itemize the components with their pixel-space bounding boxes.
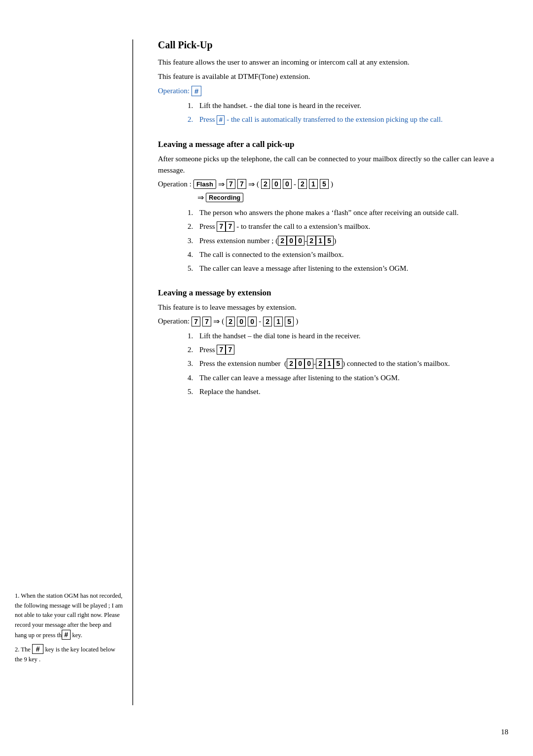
hash-key-operation: # (191, 86, 201, 97)
key-77-step2b: 7 (226, 221, 234, 231)
step-1: 1. Lift the handset. - the dial tone is … (188, 100, 503, 111)
leaving-by-extension-title: Leaving a message by extension (158, 288, 503, 298)
leaving-after-steps: 1. The person who answers the phone make… (188, 207, 503, 274)
key-0a: 0 (272, 179, 281, 189)
key-1a: 1 (309, 179, 318, 189)
ext-k0a: 0 (237, 317, 246, 326)
step-2: 2. Press # - the call is automatically t… (188, 114, 503, 125)
s3k5: 5 (334, 359, 343, 368)
s3k2: 2 (287, 359, 296, 368)
ext-arrow1: ⇒ (213, 317, 220, 326)
page: 1. When the station OGM has not recorded… (0, 0, 533, 756)
flash-key: Flash (193, 180, 216, 189)
call-pickup-section: Call Pick-Up This feature allows the use… (158, 39, 503, 126)
footnote-hash-key: # (62, 630, 71, 640)
key-7a: 7 (227, 179, 235, 189)
step2-k7b: 7 (226, 345, 234, 355)
ext-k5: 5 (285, 317, 294, 326)
ext-k2: 2 (226, 317, 235, 326)
leaving-by-ext-operation: Operation: 7 7 ⇒ ( 2 0 0 - 2 1 5 ) (158, 317, 503, 326)
s3k0b: 0 (305, 359, 313, 368)
key-7b: 7 (237, 179, 246, 189)
left-sidebar: 1. When the station OGM has not recorded… (0, 0, 133, 756)
leaving-after-step2: 2. Press 77 - to transfer the call to a … (188, 221, 503, 232)
s3k0a: 0 (296, 359, 305, 368)
leaving-after-operation: Operation : Flash ⇒ 7 7 ⇒ ( 2 0 0 - 2 1 … (158, 179, 503, 189)
call-pickup-desc1: This feature allows the user to answer a… (158, 57, 503, 68)
hash-key-step2: # (217, 115, 225, 125)
arrow2: ⇒ (248, 180, 255, 189)
arrow3: ⇒ (197, 193, 204, 202)
leaving-message-after-section: Leaving a message after a call pick-up A… (158, 140, 503, 275)
call-pickup-desc2: This feature is available at DTMF(Tone) … (158, 71, 503, 82)
ext-k2b: 2 (263, 317, 272, 326)
key-2a: 2 (261, 179, 270, 189)
operation-label: Operation: (158, 87, 190, 95)
k0a: 0 (287, 236, 296, 246)
key-2b: 2 (298, 179, 307, 189)
k1: 1 (316, 236, 325, 246)
main-content: Call Pick-Up This feature allows the use… (133, 0, 533, 756)
leaving-by-ext-steps: 1. Lift the handset – the dial tone is h… (188, 330, 503, 397)
call-pickup-title: Call Pick-Up (158, 39, 503, 51)
ext-k0b: 0 (248, 317, 257, 326)
leaving-message-after-desc: After someone picks up the telephone, th… (158, 153, 503, 177)
key-77-step2a: 7 (217, 221, 226, 231)
call-pickup-operation: Operation: # (158, 86, 503, 97)
recording-key: Recording (206, 193, 243, 202)
k2: 2 (278, 236, 287, 246)
leaving-message-by-extension-section: Leaving a message by extension This feat… (158, 288, 503, 397)
ext-key-7a: 7 (191, 317, 200, 326)
key-0b: 0 (283, 179, 292, 189)
arrow1: ⇒ (218, 180, 225, 189)
leaving-after-step4: 4. The call is connected to the extensio… (188, 249, 503, 260)
ext-k1: 1 (274, 317, 283, 326)
leaving-by-extension-desc: This feature is to leave messages by ext… (158, 302, 503, 313)
leaving-after-step1: 1. The person who answers the phone make… (188, 207, 503, 218)
footnote-1: 1. When the station OGM has not recorded… (15, 591, 123, 640)
k0b: 0 (296, 236, 305, 246)
ext-step1: 1. Lift the handset – the dial tone is h… (188, 330, 503, 342)
ext-step4: 4. The caller can leave a message after … (188, 372, 503, 384)
ext-key-7b: 7 (202, 317, 211, 326)
k5: 5 (325, 236, 334, 246)
leaving-after-step3: 3. Press extension number ; (200-215) (188, 235, 503, 247)
k2b: 2 (307, 236, 316, 246)
ext-step2: 2. Press 77 (188, 344, 503, 356)
operation-recording-line: ⇒ Recording (197, 193, 503, 202)
leaving-message-after-title: Leaving a message after a call pick-up (158, 140, 503, 149)
leaving-after-step5: 5. The caller can leave a message after … (188, 263, 503, 274)
call-pickup-steps: 1. Lift the handset. - the dial tone is … (188, 100, 503, 126)
page-number: 18 (501, 728, 508, 736)
s3k2b: 2 (316, 359, 325, 368)
ext-step5: 5. Replace the handset. (188, 386, 503, 397)
footnote-2: 2. The # key is the key located below th… (15, 644, 123, 664)
footnote-2-hash-key: # (32, 644, 44, 654)
s3k1: 1 (325, 359, 334, 368)
key-5a: 5 (320, 179, 329, 189)
step2-k7a: 7 (217, 345, 226, 355)
ext-step3: 3. Press the extension number (200-215) … (188, 358, 503, 369)
footnote-area: 1. When the station OGM has not recorded… (15, 591, 123, 667)
